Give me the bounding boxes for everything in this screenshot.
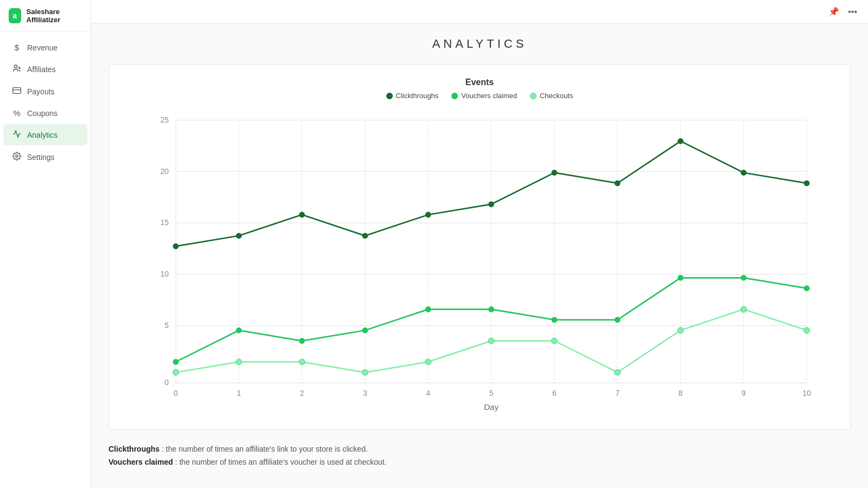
legend-checkouts-label: Checkouts xyxy=(540,92,573,100)
sidebar-label-settings: Settings xyxy=(27,153,55,162)
svg-text:0: 0 xyxy=(174,389,178,397)
sidebar: a Saleshare Affiliatizer $ Revenue Affil… xyxy=(0,0,91,488)
coupons-icon: % xyxy=(12,108,22,118)
dot-ct-9 xyxy=(741,170,746,176)
svg-text:5: 5 xyxy=(489,389,494,397)
topbar: 📌 ••• xyxy=(91,0,868,24)
svg-text:10: 10 xyxy=(802,389,811,397)
svg-text:9: 9 xyxy=(742,389,746,397)
dot-ct-3 xyxy=(362,233,368,239)
dot-ct-4 xyxy=(425,212,431,218)
term-vouchers: Vouchers claimed xyxy=(108,458,173,466)
chart-svg: 25 20 15 10 5 0 0 1 2 3 4 5 6 7 8 9 xyxy=(122,108,837,412)
dot-ct-1 xyxy=(236,233,242,239)
more-icon[interactable]: ••• xyxy=(848,7,857,17)
pin-icon[interactable]: 📌 xyxy=(828,7,839,17)
svg-text:6: 6 xyxy=(552,389,557,397)
dot-co-1 xyxy=(236,359,242,365)
svg-text:15: 15 xyxy=(160,218,169,227)
dot-v-3 xyxy=(362,328,368,333)
logo-letter: a xyxy=(12,11,17,20)
dot-ct-2 xyxy=(299,212,305,218)
dot-co-9 xyxy=(741,306,746,312)
legend-vouchers: Vouchers claimed xyxy=(451,92,517,100)
desc-vouchers-text: : the number of times an affiliate's vou… xyxy=(175,458,387,466)
dot-ct-10 xyxy=(804,180,810,186)
legend-checkouts: Checkouts xyxy=(530,92,573,100)
dot-v-9 xyxy=(741,275,746,281)
dot-ct-8 xyxy=(678,138,684,144)
sidebar-label-coupons: Coupons xyxy=(27,109,58,118)
svg-point-0 xyxy=(14,65,17,68)
sidebar-label-payouts: Payouts xyxy=(27,87,55,96)
sidebar-item-affiliates[interactable]: Affiliates xyxy=(3,59,87,80)
vouchers-dot xyxy=(451,93,458,99)
settings-icon xyxy=(12,152,22,162)
term-clickthroughs: Clickthroughs xyxy=(108,445,159,453)
dot-v-0 xyxy=(173,359,179,365)
sidebar-nav: $ Revenue Affiliates Payouts % Coupons A… xyxy=(0,32,91,488)
svg-text:25: 25 xyxy=(160,115,169,124)
legend-clickthroughs: Clickthroughs xyxy=(386,92,439,100)
desc-clickthroughs-text: : the number of times an affiliate's lin… xyxy=(162,445,368,453)
svg-text:5: 5 xyxy=(164,321,169,330)
dot-co-6 xyxy=(551,338,557,344)
dot-v-1 xyxy=(236,328,242,333)
svg-text:20: 20 xyxy=(160,167,169,176)
dot-v-4 xyxy=(425,306,431,312)
page-title: ANALYTICS xyxy=(108,37,851,51)
sidebar-header: a Saleshare Affiliatizer xyxy=(0,0,91,32)
main-content: 📌 ••• ANALYTICS Events Clickthroughs Vou… xyxy=(91,0,868,488)
dot-v-6 xyxy=(551,317,557,323)
svg-point-1 xyxy=(18,67,20,69)
sidebar-item-analytics[interactable]: Analytics xyxy=(3,124,87,145)
chart-legend: Clickthroughs Vouchers claimed Checkouts xyxy=(122,92,837,100)
chart-title: Events xyxy=(122,78,837,87)
svg-text:8: 8 xyxy=(679,389,683,397)
sidebar-item-settings[interactable]: Settings xyxy=(3,146,87,168)
svg-text:4: 4 xyxy=(426,389,430,397)
dot-ct-7 xyxy=(615,180,621,186)
dot-v-5 xyxy=(488,306,494,312)
dot-v-7 xyxy=(615,317,621,323)
payouts-icon xyxy=(12,86,22,97)
dot-v-10 xyxy=(804,285,810,291)
svg-text:Day: Day xyxy=(484,402,499,412)
svg-text:7: 7 xyxy=(615,389,620,397)
sidebar-label-analytics: Analytics xyxy=(27,131,58,139)
sidebar-item-coupons[interactable]: % Coupons xyxy=(3,103,87,123)
legend-vouchers-label: Vouchers claimed xyxy=(461,92,517,100)
description-clickthroughs: Clickthroughs : the number of times an a… xyxy=(108,443,851,456)
sidebar-label-affiliates: Affiliates xyxy=(27,65,56,74)
dot-co-10 xyxy=(804,328,810,333)
chart-area: 25 20 15 10 5 0 0 1 2 3 4 5 6 7 8 9 xyxy=(122,108,837,412)
app-logo: a xyxy=(9,8,21,23)
svg-point-4 xyxy=(16,155,18,157)
app-name: Saleshare Affiliatizer xyxy=(27,8,82,24)
dot-co-5 xyxy=(488,338,494,344)
dot-v-2 xyxy=(299,338,305,344)
svg-rect-2 xyxy=(13,88,21,94)
chart-container: Events Clickthroughs Vouchers claimed Ch… xyxy=(108,64,851,430)
dot-ct-5 xyxy=(488,201,494,207)
dot-ct-6 xyxy=(551,170,557,176)
sidebar-item-revenue[interactable]: $ Revenue xyxy=(3,37,87,57)
svg-text:0: 0 xyxy=(164,378,169,387)
affiliates-icon xyxy=(12,64,22,74)
svg-text:2: 2 xyxy=(300,389,304,397)
dot-co-2 xyxy=(299,359,305,365)
sidebar-item-payouts[interactable]: Payouts xyxy=(3,81,87,102)
page-content: ANALYTICS Events Clickthroughs Vouchers … xyxy=(91,24,868,482)
dot-co-7 xyxy=(615,369,621,375)
clickthroughs-dot xyxy=(386,93,393,99)
description-vouchers: Vouchers claimed : the number of times a… xyxy=(108,456,851,469)
svg-text:3: 3 xyxy=(363,389,367,397)
dot-co-4 xyxy=(425,359,431,365)
sidebar-label-revenue: Revenue xyxy=(27,43,58,52)
svg-text:1: 1 xyxy=(237,389,241,397)
legend-clickthroughs-label: Clickthroughs xyxy=(396,92,439,100)
dot-v-8 xyxy=(678,275,684,281)
dot-co-0 xyxy=(173,369,179,375)
dot-co-3 xyxy=(362,369,368,375)
description-section: Clickthroughs : the number of times an a… xyxy=(108,443,851,469)
